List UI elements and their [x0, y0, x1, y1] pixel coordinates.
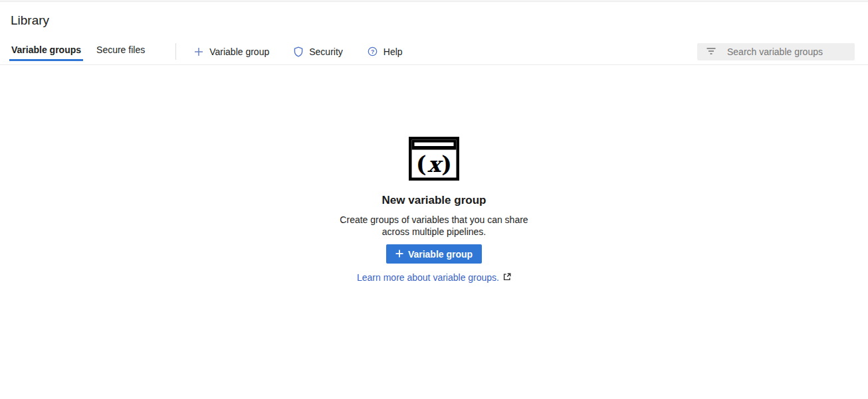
svg-text:?: ? — [371, 48, 374, 55]
page-title: Library — [11, 13, 857, 28]
search-box — [697, 43, 855, 60]
external-link-icon — [503, 272, 511, 283]
security-label: Security — [309, 46, 343, 57]
open-paren-glyph: ( — [416, 151, 427, 177]
variable-group-window-icon: (x) — [409, 137, 459, 183]
learn-more-row: Learn more about variable groups. — [0, 272, 868, 283]
filter-icon — [706, 46, 716, 58]
empty-state-title: New variable group — [0, 194, 868, 207]
tab-list: Variable groups Secure files — [9, 39, 158, 61]
help-command[interactable]: ? Help — [368, 46, 403, 57]
security-command[interactable]: Security — [294, 46, 343, 57]
empty-state: (x) New variable group Create groups of … — [0, 137, 868, 283]
search-input[interactable] — [726, 46, 849, 58]
help-label: Help — [383, 46, 403, 57]
create-variable-group-button[interactable]: Variable group — [386, 244, 482, 264]
empty-state-description: Create groups of variables that you can … — [0, 214, 868, 238]
tab-variable-groups-label: Variable groups — [11, 44, 81, 55]
tab-variable-groups[interactable]: Variable groups — [9, 39, 83, 61]
toolbar-divider — [175, 43, 176, 60]
help-icon: ? — [368, 46, 378, 56]
plus-icon — [395, 249, 403, 260]
tab-secure-files-label: Secure files — [96, 44, 145, 55]
svg-text:(x): (x) — [416, 151, 452, 177]
page-header: Library — [0, 2, 868, 28]
tab-secure-files[interactable]: Secure files — [94, 39, 147, 61]
create-variable-group-button-label: Variable group — [408, 249, 473, 260]
add-variable-group-label: Variable group — [209, 46, 269, 57]
description-line-2: across multiple pipelines. — [0, 226, 868, 238]
add-variable-group-command[interactable]: Variable group — [194, 46, 269, 57]
tab-command-bar: Variable groups Secure files Variable gr… — [0, 39, 868, 65]
description-line-1: Create groups of variables that you can … — [0, 214, 868, 226]
plus-icon — [194, 47, 203, 56]
close-paren-glyph: ) — [441, 151, 452, 177]
shield-icon — [294, 46, 303, 57]
learn-more-link[interactable]: Learn more about variable groups. — [357, 272, 499, 283]
